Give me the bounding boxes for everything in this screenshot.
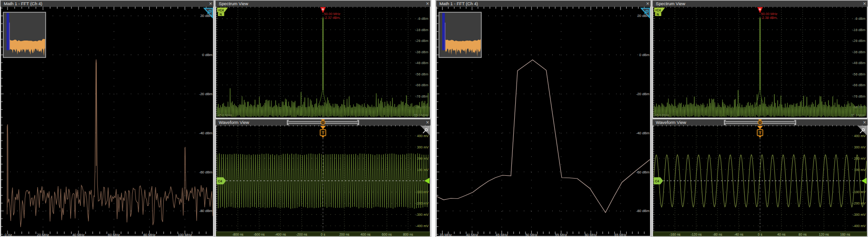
svg-text:400 mV: 400 mV xyxy=(854,134,866,138)
svg-text:✕: ✕ xyxy=(426,120,430,125)
svg-text:-16 dBm: -16 dBm xyxy=(415,28,429,32)
svg-text:-80 dBm: -80 dBm xyxy=(199,209,212,213)
svg-text:100 MHz: 100 MHz xyxy=(178,233,192,237)
svg-text:-2.37 dBm: -2.37 dBm xyxy=(324,16,340,20)
svg-text:600 ns: 600 ns xyxy=(382,233,392,237)
svg-text:100 mV: 100 mV xyxy=(854,168,866,172)
svg-text:120 ns: 120 ns xyxy=(819,233,829,237)
svg-text:60 MHz: 60 MHz xyxy=(108,233,120,237)
svg-text:0 Hz: 0 Hz xyxy=(5,233,12,237)
svg-text:«C4: «C4 xyxy=(218,8,224,12)
svg-text:65 MHz: 65 MHz xyxy=(614,233,627,237)
svg-text:55 MHz: 55 MHz xyxy=(555,233,567,237)
svg-text:Spectrum View: Spectrum View xyxy=(219,1,248,6)
svg-text:Waveform View: Waveform View xyxy=(219,120,249,125)
svg-text:45.0 MHz: 45.0 MHz xyxy=(218,114,232,117)
svg-text:-76 dBm: -76 dBm xyxy=(852,94,866,98)
svg-text:100 mV: 100 mV xyxy=(417,168,429,172)
svg-text:R: R xyxy=(759,8,761,11)
svg-text:-56 dBm: -56 dBm xyxy=(415,72,429,76)
svg-text:-6 dBm: -6 dBm xyxy=(854,16,866,21)
svg-text:-60 dBm: -60 dBm xyxy=(636,170,649,174)
svg-text:0 s: 0 s xyxy=(321,233,326,237)
svg-text:800 ns: 800 ns xyxy=(403,233,414,237)
svg-text:Spectrum View: Spectrum View xyxy=(656,1,685,6)
svg-text:-36 dBm: -36 dBm xyxy=(415,50,429,54)
svg-text:-40 ns: -40 ns xyxy=(734,233,743,237)
svg-text:✕: ✕ xyxy=(863,1,867,6)
svg-text:40 MHz: 40 MHz xyxy=(72,233,85,237)
svg-text:-46 dBm: -46 dBm xyxy=(852,61,866,65)
svg-text:-16 dBm: -16 dBm xyxy=(852,28,866,32)
svg-text:-6 dBm: -6 dBm xyxy=(417,16,429,21)
svg-text:400 mV: 400 mV xyxy=(417,134,429,138)
svg-text:N: N xyxy=(220,13,222,16)
svg-text:400 ns: 400 ns xyxy=(360,233,371,237)
svg-text:-66 dBm: -66 dBm xyxy=(415,83,429,87)
svg-text:-80 ns: -80 ns xyxy=(713,233,722,237)
svg-text:C4: C4 xyxy=(218,180,222,183)
svg-text:✕: ✕ xyxy=(646,1,650,6)
svg-text:-400 ns: -400 ns xyxy=(275,233,286,237)
svg-text:C4: C4 xyxy=(655,180,659,183)
svg-text:-66 dBm: -66 dBm xyxy=(852,83,866,87)
svg-text:-200 mV: -200 mV xyxy=(853,201,866,205)
svg-text:«C4: «C4 xyxy=(655,8,661,12)
svg-text:80 MHz: 80 MHz xyxy=(143,233,156,237)
svg-text:-26 dBm: -26 dBm xyxy=(415,39,429,43)
svg-text:-46 dBm: -46 dBm xyxy=(415,61,429,65)
svg-text:-160 ns: -160 ns xyxy=(669,233,681,237)
svg-text:R: R xyxy=(322,8,324,11)
svg-text:-40 dBm: -40 dBm xyxy=(636,131,649,135)
svg-text:T: T xyxy=(759,131,762,135)
svg-text:-26 dBm: -26 dBm xyxy=(852,39,866,43)
svg-text:-200 ns: -200 ns xyxy=(296,233,307,237)
svg-text:-400 mV: -400 mV xyxy=(853,224,866,228)
svg-text:160 ns: 160 ns xyxy=(840,233,851,237)
svg-text:Waveform View: Waveform View xyxy=(656,120,686,125)
svg-text:-20 dBm: -20 dBm xyxy=(199,92,212,96)
svg-text:-800 ns: -800 ns xyxy=(232,233,244,237)
svg-text:200 ns: 200 ns xyxy=(339,233,350,237)
svg-text:-80 dBm: -80 dBm xyxy=(636,209,649,213)
svg-text:-120 ns: -120 ns xyxy=(691,233,702,237)
svg-text:200 mV: 200 mV xyxy=(417,156,429,161)
svg-text:45 MHz: 45 MHz xyxy=(496,233,508,237)
svg-text:45.0 MHz: 45.0 MHz xyxy=(655,114,669,117)
svg-text:0 s: 0 s xyxy=(758,233,763,237)
svg-text:60 MHz: 60 MHz xyxy=(585,233,597,237)
svg-text:-600 ns: -600 ns xyxy=(254,233,265,237)
svg-text:-2.38 dBm: -2.38 dBm xyxy=(761,16,777,20)
svg-text:-300 mV: -300 mV xyxy=(853,212,866,217)
svg-text:T: T xyxy=(322,131,325,135)
svg-text:Math 1 - FFT (Ch 4): Math 1 - FFT (Ch 4) xyxy=(4,1,42,6)
svg-text:Math 1 - FFT (Ch 4): Math 1 - FFT (Ch 4) xyxy=(439,1,478,6)
svg-text:40 ns: 40 ns xyxy=(777,233,786,237)
svg-text:55.0 MHz: 55.0 MHz xyxy=(851,114,865,117)
svg-text:200 mV: 200 mV xyxy=(854,156,866,161)
svg-text:80 ns: 80 ns xyxy=(798,233,807,237)
svg-text:20 MHz: 20 MHz xyxy=(37,233,49,237)
svg-text:300 mV: 300 mV xyxy=(854,145,866,149)
svg-text:-60 dBm: -60 dBm xyxy=(199,170,212,174)
svg-text:300 mV: 300 mV xyxy=(417,145,429,149)
svg-text:35 MHz: 35 MHz xyxy=(439,233,452,237)
svg-text:-100 mV: -100 mV xyxy=(853,190,866,194)
svg-text:-36 dBm: -36 dBm xyxy=(852,50,866,54)
svg-text:-300 mV: -300 mV xyxy=(416,212,429,217)
svg-text:-20 dBm: -20 dBm xyxy=(636,92,649,96)
svg-text:40 MHz: 40 MHz xyxy=(466,233,478,237)
svg-text:55.0 MHz: 55.0 MHz xyxy=(414,114,428,117)
svg-text:-400 mV: -400 mV xyxy=(416,224,429,228)
svg-text:✕: ✕ xyxy=(863,120,867,125)
svg-text:✕: ✕ xyxy=(426,1,430,6)
svg-text:50 MHz: 50 MHz xyxy=(526,233,538,237)
svg-text:-56 dBm: -56 dBm xyxy=(852,72,866,76)
svg-text:-200 mV: -200 mV xyxy=(416,201,429,205)
svg-text:0 dBm: 0 dBm xyxy=(202,53,213,57)
svg-text:-76 dBm: -76 dBm xyxy=(415,94,429,98)
svg-text:-40 dBm: -40 dBm xyxy=(199,131,212,135)
svg-text:N: N xyxy=(657,13,659,16)
svg-text:✕: ✕ xyxy=(209,1,213,6)
svg-text:0 dBm: 0 dBm xyxy=(639,53,650,57)
